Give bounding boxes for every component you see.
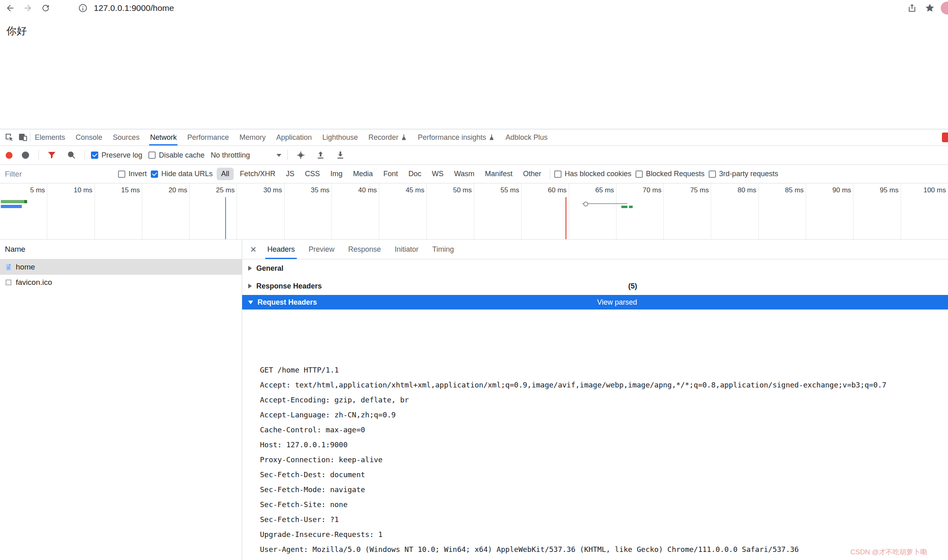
overview-tick-label: 80 ms (711, 183, 758, 239)
overview-tick-label: 15 ms (95, 183, 142, 239)
chevron-down-icon (277, 154, 281, 157)
request-type-chip[interactable]: All (217, 168, 234, 180)
request-type-chip[interactable]: JS (281, 168, 299, 180)
overview-tick-label: 55 ms (474, 183, 522, 239)
overview-tick-label: 70 ms (617, 183, 664, 239)
request-type-chip[interactable]: Other (519, 168, 546, 180)
close-icon[interactable]: × (245, 244, 261, 255)
has-blocked-cookies-checkbox[interactable] (554, 171, 562, 178)
export-har-icon[interactable] (334, 148, 347, 162)
blocked-requests-checkbox[interactable] (636, 171, 643, 178)
network-filterbar: Invert Hide data URLs AllFetch/XHRJSCSSI… (0, 165, 948, 183)
devtools-tab[interactable]: Network (146, 129, 181, 145)
record-button[interactable] (6, 152, 13, 159)
devtools-tab[interactable]: Application (272, 129, 316, 145)
devtools-tab[interactable]: Recorder (364, 129, 412, 145)
request-row[interactable]: home (0, 259, 242, 275)
devtools-tab-label: Lighthouse (322, 133, 358, 142)
invert-toggle[interactable]: Invert (118, 170, 147, 178)
network-toolbar: Preserve log Disable cache No throttling (0, 146, 948, 165)
hide-data-urls-checkbox[interactable] (151, 171, 158, 178)
network-conditions-icon[interactable] (294, 148, 308, 162)
forward-icon[interactable] (21, 1, 35, 15)
details-tab[interactable]: Response (342, 240, 387, 259)
device-toolbar-icon[interactable] (16, 131, 30, 144)
clear-icon[interactable] (19, 148, 32, 162)
devtools-tab[interactable]: Memory (235, 129, 270, 145)
devtools-tab[interactable]: Lighthouse (318, 129, 362, 145)
devtools-tab-label: Memory (239, 133, 266, 142)
request-type-chip[interactable]: Fetch/XHR (235, 168, 280, 180)
hide-data-urls-toggle[interactable]: Hide data URLs (151, 170, 213, 178)
request-header-line: Sec-Fetch-Site: none (260, 497, 948, 512)
request-type-chip[interactable]: Font (379, 168, 402, 180)
disable-cache-checkbox[interactable] (148, 152, 156, 159)
overview-tick-label: 25 ms (190, 183, 237, 239)
share-icon[interactable] (905, 1, 919, 15)
reload-icon[interactable] (39, 1, 53, 15)
request-headers-source: GET /home HTTP/1.1Accept: text/html,appl… (242, 309, 948, 560)
filter-input[interactable] (4, 169, 114, 179)
throttling-dropdown[interactable]: No throttling (211, 151, 281, 160)
details-tab-label: Timing (432, 245, 454, 254)
preserve-log-label: Preserve log (101, 151, 142, 160)
name-column-header[interactable]: Name (0, 240, 242, 259)
request-row[interactable]: favicon.ico (0, 275, 242, 290)
devtools-tab[interactable]: Console (71, 129, 107, 145)
details-tabs: Headers Preview Response Initiator Timin… (261, 240, 460, 259)
devtools-tab[interactable]: Performance insights (413, 129, 499, 145)
request-type-chip[interactable]: Doc (404, 168, 426, 180)
bookmark-star-icon[interactable] (923, 1, 937, 15)
request-type-chip[interactable]: Media (348, 168, 377, 180)
site-info-icon[interactable] (76, 1, 90, 15)
disable-cache-toggle[interactable]: Disable cache (148, 151, 205, 160)
preserve-log-toggle[interactable]: Preserve log (91, 151, 142, 160)
preserve-log-checkbox[interactable] (91, 152, 98, 159)
divider (38, 150, 39, 160)
import-har-icon[interactable] (314, 148, 327, 162)
details-tab[interactable]: Timing (426, 240, 460, 259)
overview-tick-label: 30 ms (237, 183, 284, 239)
details-tab[interactable]: Headers (261, 240, 301, 259)
devtools-tab[interactable]: Sources (108, 129, 144, 145)
overview-tick-label: 60 ms (522, 183, 569, 239)
request-name: favicon.ico (16, 278, 52, 287)
request-header-line: Sec-Fetch-User: ?1 (260, 512, 948, 527)
request-type-chip[interactable]: CSS (300, 168, 324, 180)
view-parsed-link[interactable]: View parsed (597, 298, 637, 307)
details-tab-label: Response (348, 245, 381, 254)
request-headers-section-header[interactable]: Request Headers View parsed (242, 295, 948, 309)
preview-feature-icon (488, 134, 495, 141)
request-type-chip[interactable]: Wasm (450, 168, 479, 180)
inspect-element-icon[interactable] (2, 131, 16, 144)
response-headers-section-header[interactable]: Response Headers (5) (242, 277, 948, 295)
general-section-header[interactable]: General (242, 259, 948, 277)
overview-tick-label: 95 ms (853, 183, 901, 239)
search-icon[interactable] (65, 148, 78, 162)
details-tab[interactable]: Preview (302, 240, 340, 259)
invert-checkbox[interactable] (118, 171, 125, 178)
profile-avatar[interactable] (941, 2, 948, 15)
request-header-line: GET /home HTTP/1.1 (260, 362, 948, 377)
request-type-chip[interactable]: WS (427, 168, 448, 180)
invert-label: Invert (129, 170, 147, 178)
devtools-tab[interactable]: Adblock Plus (501, 129, 552, 145)
has-blocked-cookies-toggle[interactable]: Has blocked cookies (554, 170, 631, 178)
third-party-requests-toggle[interactable]: 3rd-party requests (709, 170, 778, 178)
network-overview[interactable]: 5 ms10 ms15 ms20 ms25 ms30 ms35 ms40 ms4… (0, 183, 948, 240)
overview-tick-label: 75 ms (664, 183, 711, 239)
triangle-down-icon (248, 301, 253, 304)
devtools-tab-label: Performance insights (418, 133, 486, 142)
overview-tick-label: 100 ms (901, 183, 948, 239)
devtools-tab[interactable]: Performance (183, 129, 233, 145)
blocked-requests-toggle[interactable]: Blocked Requests (636, 170, 705, 178)
details-tab[interactable]: Initiator (388, 240, 424, 259)
request-type-chip[interactable]: Img (326, 168, 347, 180)
filter-funnel-icon[interactable] (45, 148, 59, 162)
devtools-tab[interactable]: Elements (30, 129, 70, 145)
back-icon[interactable] (3, 1, 17, 15)
address-bar[interactable]: 127.0.0.1:9000/home (57, 1, 901, 15)
request-type-chip[interactable]: Manifest (481, 168, 517, 180)
third-party-requests-checkbox[interactable] (709, 171, 716, 178)
overview-tick-label: 50 ms (427, 183, 474, 239)
